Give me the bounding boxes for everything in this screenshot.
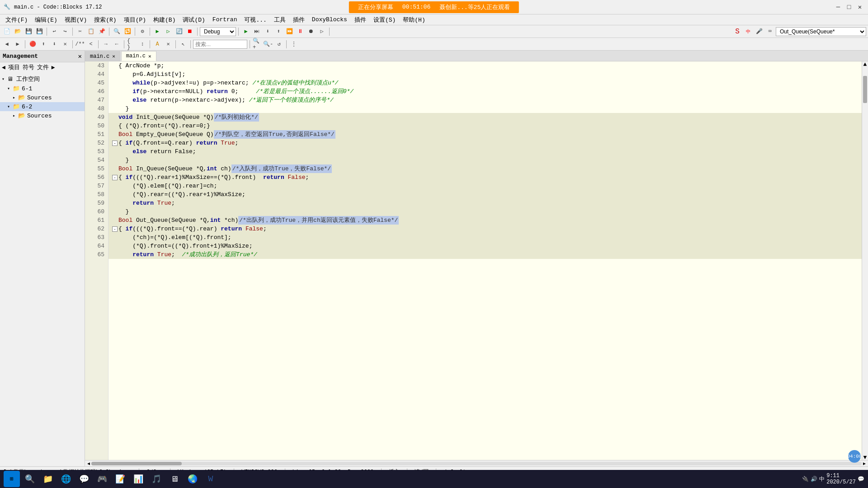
debug-stop[interactable]: ⏸ [295, 27, 305, 37]
taskbar-notification[interactable]: 💬 [858, 476, 864, 483]
taskbar-monitor[interactable]: 🖥 [166, 471, 183, 487]
tree-sources-6-1[interactable]: ▸ 📂 Sources [0, 93, 85, 102]
taskbar-volume[interactable]: 🔊 [811, 476, 817, 483]
menu-project[interactable]: 项目(P) [120, 15, 150, 25]
debug-step-over[interactable]: ⏭ [252, 27, 262, 37]
function-combo[interactable]: Out_Queue(SeQueue* [776, 27, 866, 36]
menu-edit[interactable]: 编辑(E) [31, 15, 61, 25]
menu-help[interactable]: 帮助(H) [399, 15, 429, 25]
highlight-btn[interactable]: A [152, 39, 162, 49]
debug-step-in[interactable]: ⬇ [263, 27, 273, 37]
tab-project[interactable]: 项目 [8, 63, 20, 71]
redo-btn[interactable]: ↪ [60, 27, 70, 37]
menu-view[interactable]: 视图(V) [61, 15, 90, 25]
match-brace[interactable]: { } [127, 39, 137, 49]
minimize-button[interactable]: ─ [834, 3, 843, 12]
search-input[interactable] [193, 40, 247, 49]
next-btn[interactable]: ▶ [13, 39, 23, 49]
taskbar-wechat[interactable]: 💬 [76, 471, 92, 487]
menu-doxy[interactable]: DoxyBlocks [308, 15, 351, 24]
save-all-btn[interactable]: 💾 [34, 27, 44, 37]
build-run-btn[interactable]: ▷ [163, 27, 173, 37]
save-btn[interactable]: 💾 [24, 27, 33, 37]
menu-plugins[interactable]: 插件 [289, 15, 308, 25]
find-btn[interactable]: 🔍 [112, 27, 122, 37]
menu-visual[interactable]: 可视... [241, 15, 270, 25]
tree-workspace[interactable]: ▾ 🖥 工作空间 [0, 74, 85, 84]
undo-btn[interactable]: ↩ [49, 27, 59, 37]
jump-btn[interactable]: ↕ [137, 39, 147, 49]
window-controls[interactable]: ─ □ ✕ [834, 3, 864, 12]
run-btn[interactable]: ▶ [152, 27, 162, 37]
taskbar-game[interactable]: 🎮 [94, 471, 110, 487]
menu-settings[interactable]: 设置(S) [370, 15, 399, 25]
debug-step-out[interactable]: ⬆ [274, 27, 283, 37]
sogou-icon[interactable]: S [732, 27, 742, 37]
open-btn[interactable]: 📂 [13, 27, 23, 37]
keyboard-icon[interactable]: ⌨ [765, 27, 775, 37]
unindent-btn[interactable]: ← [112, 39, 122, 49]
scroll-right-btn[interactable]: ▶ [862, 461, 867, 466]
input-icon[interactable]: 中 [743, 27, 753, 37]
build-config-combo[interactable]: Debug [200, 27, 236, 36]
panel-close-btn[interactable]: ✕ [78, 52, 82, 60]
tab-main-2[interactable]: main.c ✕ [121, 51, 156, 61]
indent-btn[interactable]: → [101, 39, 111, 49]
vertical-scrollbar[interactable]: ▲ ▼ [862, 61, 868, 460]
debug-run-to[interactable]: ⏩ [284, 27, 294, 37]
tree-nav-prev[interactable]: ◀ [2, 64, 5, 71]
debug-next[interactable]: ▷ [317, 27, 327, 37]
menu-plugins2[interactable]: 插件 [351, 15, 370, 25]
tree-sources-6-2[interactable]: ▸ 📂 Sources [0, 111, 85, 120]
replace-btn[interactable]: 🔁 [123, 27, 132, 37]
horizontal-scrollbar[interactable]: ◀ ▶ [85, 460, 868, 466]
stop-btn[interactable]: ⏹ [185, 27, 195, 37]
menu-fortran[interactable]: Fortran [209, 15, 241, 24]
fold-52[interactable]: - [112, 141, 118, 146]
menu-debug[interactable]: 调试(D) [179, 15, 208, 25]
clear-highlight[interactable]: ✕ [163, 39, 173, 49]
fold-56[interactable]: - [112, 175, 118, 180]
taskbar-office[interactable]: 📊 [130, 471, 146, 487]
prev-bookmark[interactable]: ⬆ [38, 39, 48, 49]
taskbar-word[interactable]: W [203, 471, 219, 487]
bookmark-btn[interactable]: 🔴 [28, 39, 38, 49]
editor-area[interactable]: 43 44 45 46 47 48 49 50 51 52 53 54 55 5… [85, 61, 862, 460]
hscroll-thumb[interactable] [91, 462, 182, 465]
start-button[interactable]: ⊞ [4, 471, 20, 487]
menu-build[interactable]: 构建(B) [150, 15, 179, 25]
uncomment-btn[interactable]: < [86, 39, 96, 49]
maximize-button[interactable]: □ [844, 3, 854, 12]
tab-main-1[interactable]: main.c ✕ [85, 51, 120, 61]
zoom-reset[interactable]: ↺ [274, 39, 284, 49]
taskbar-network[interactable]: 🔌 [802, 476, 809, 483]
menu-search[interactable]: 搜索(R) [90, 15, 120, 25]
debug-break[interactable]: ⏺ [306, 27, 316, 37]
zoom-out[interactable]: 🔍- [263, 39, 273, 49]
more-btn[interactable]: ⋮ [289, 39, 299, 49]
tab-file[interactable]: 文件 [37, 63, 49, 71]
clear-bookmarks[interactable]: ✕ [60, 39, 70, 49]
scroll-down-btn[interactable]: ▼ [862, 455, 868, 460]
close-button[interactable]: ✕ [855, 3, 864, 12]
cut-btn[interactable]: ✂ [75, 27, 85, 37]
menu-tools[interactable]: 工具 [270, 15, 289, 25]
taskbar-fileexplorer[interactable]: 📁 [40, 471, 56, 487]
rebuild-btn[interactable]: 🔄 [174, 27, 184, 37]
taskbar-input-method[interactable]: 中 [819, 475, 825, 483]
debug-start[interactable]: ▶ [241, 27, 251, 37]
tab-close-2[interactable]: ✕ [148, 53, 151, 59]
taskbar-search[interactable]: 🔍 [22, 471, 38, 487]
tab-symbol[interactable]: 符号 [23, 63, 34, 71]
fold-62[interactable]: - [112, 226, 118, 232]
scroll-up-btn[interactable]: ▲ [862, 61, 868, 67]
tree-project-6-1[interactable]: ▾ 📁 6-1 [0, 84, 85, 93]
prev-btn[interactable]: ◀ [2, 39, 12, 49]
zoom-in[interactable]: 🔍+ [252, 39, 262, 49]
settings-btn[interactable]: ⚙ [137, 27, 147, 37]
scroll-thumb[interactable] [863, 76, 867, 103]
tab-close-1[interactable]: ✕ [112, 53, 115, 59]
taskbar-music[interactable]: 🎵 [148, 471, 165, 487]
taskbar-notepad[interactable]: 📝 [112, 471, 128, 487]
copy-btn[interactable]: 📋 [86, 27, 96, 37]
